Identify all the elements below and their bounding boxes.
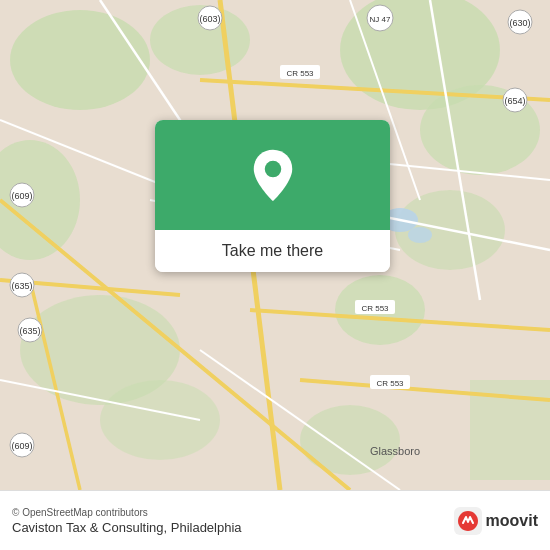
moovit-logo: moovit	[454, 507, 538, 535]
svg-text:(635): (635)	[19, 326, 40, 336]
svg-text:CR 553: CR 553	[376, 379, 404, 388]
svg-text:(635): (635)	[11, 281, 32, 291]
svg-text:(603): (603)	[199, 14, 220, 24]
svg-point-1	[10, 10, 150, 110]
map-attribution: © OpenStreetMap contributors	[12, 507, 242, 518]
take-me-there-button[interactable]: Take me there	[155, 230, 390, 272]
svg-text:(609): (609)	[11, 191, 32, 201]
svg-point-13	[408, 227, 432, 243]
location-popup: Take me there	[155, 120, 390, 272]
svg-text:(609): (609)	[11, 441, 32, 451]
moovit-text: moovit	[486, 512, 538, 530]
svg-text:(630): (630)	[509, 18, 530, 28]
svg-point-10	[300, 405, 400, 475]
business-name: Caviston Tax & Consulting, Philadelphia	[12, 520, 242, 535]
popup-header	[155, 120, 390, 230]
svg-text:NJ 47: NJ 47	[370, 15, 391, 24]
svg-point-9	[100, 380, 220, 460]
svg-text:(654): (654)	[504, 96, 525, 106]
bottom-bar: © OpenStreetMap contributors Caviston Ta…	[0, 490, 550, 550]
svg-point-54	[264, 160, 281, 177]
svg-text:CR 553: CR 553	[361, 304, 389, 313]
moovit-icon	[454, 507, 482, 535]
svg-text:Glassboro: Glassboro	[370, 445, 420, 457]
bottom-info: © OpenStreetMap contributors Caviston Ta…	[12, 507, 242, 535]
svg-text:CR 553: CR 553	[286, 69, 314, 78]
map-area[interactable]: (603) CR 553 NJ 47 (630) (654) (609) (63…	[0, 0, 550, 490]
location-pin-icon	[248, 148, 298, 203]
